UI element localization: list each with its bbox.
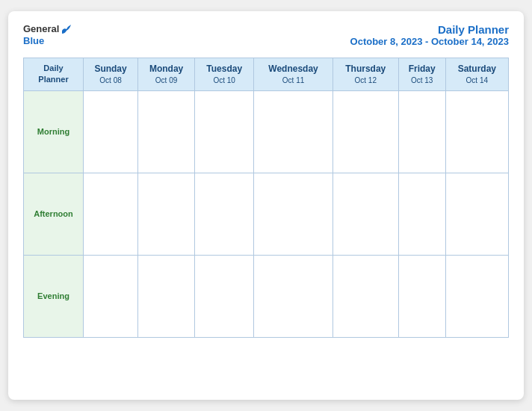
morning-friday-cell[interactable] bbox=[398, 90, 445, 173]
col-header-wednesday: Wednesday Oct 11 bbox=[254, 58, 332, 91]
morning-thursday-cell[interactable] bbox=[332, 90, 398, 173]
tuesday-label: Tuesday bbox=[198, 63, 250, 75]
logo-area: General Blue bbox=[23, 23, 72, 47]
col-header-thursday: Thursday Oct 12 bbox=[332, 58, 398, 91]
afternoon-saturday-cell[interactable] bbox=[445, 173, 508, 255]
evening-thursday-cell[interactable] bbox=[332, 255, 398, 337]
morning-sunday-cell[interactable] bbox=[84, 90, 138, 173]
thursday-label: Thursday bbox=[336, 63, 395, 75]
logo-bird-icon bbox=[61, 23, 72, 35]
logo-general: General bbox=[23, 23, 59, 35]
morning-tuesday-cell[interactable] bbox=[195, 90, 254, 173]
afternoon-friday-cell[interactable] bbox=[398, 173, 445, 255]
morning-row: Morning bbox=[24, 90, 509, 173]
morning-monday-cell[interactable] bbox=[138, 90, 195, 173]
sunday-label: Sunday bbox=[87, 63, 134, 75]
monday-date: Oct 09 bbox=[141, 75, 191, 86]
evening-saturday-cell[interactable] bbox=[445, 255, 508, 337]
planner-title: Daily Planner bbox=[350, 23, 509, 36]
col-header-monday: Monday Oct 09 bbox=[138, 58, 195, 91]
afternoon-sunday-cell[interactable] bbox=[84, 173, 138, 255]
friday-date: Oct 13 bbox=[402, 75, 442, 86]
afternoon-wednesday-cell[interactable] bbox=[254, 173, 332, 255]
page-header: General Blue Daily Planner October 8, 20… bbox=[23, 23, 509, 47]
evening-friday-cell[interactable] bbox=[398, 255, 445, 337]
saturday-label: Saturday bbox=[449, 63, 505, 75]
friday-label: Friday bbox=[402, 63, 442, 75]
col-header-friday: Friday Oct 13 bbox=[398, 58, 445, 91]
saturday-date: Oct 14 bbox=[449, 75, 505, 86]
col-header-saturday: Saturday Oct 14 bbox=[445, 58, 508, 91]
morning-wednesday-cell[interactable] bbox=[254, 90, 332, 173]
logo-blue: Blue bbox=[23, 35, 44, 47]
wednesday-label: Wednesday bbox=[257, 63, 329, 75]
morning-saturday-cell[interactable] bbox=[445, 90, 508, 173]
wednesday-date: Oct 11 bbox=[257, 75, 329, 86]
evening-row: Evening bbox=[24, 255, 509, 337]
tuesday-date: Oct 10 bbox=[198, 75, 250, 86]
morning-label: Morning bbox=[24, 90, 84, 173]
planner-page: General Blue Daily Planner October 8, 20… bbox=[8, 11, 524, 400]
daily-planner-header: DailyPlanner bbox=[24, 58, 84, 91]
evening-sunday-cell[interactable] bbox=[84, 255, 138, 337]
sunday-date: Oct 08 bbox=[87, 75, 134, 86]
afternoon-label: Afternoon bbox=[24, 173, 84, 255]
afternoon-tuesday-cell[interactable] bbox=[195, 173, 254, 255]
planner-table: DailyPlanner Sunday Oct 08 Monday Oct 09… bbox=[23, 58, 509, 338]
evening-monday-cell[interactable] bbox=[138, 255, 195, 337]
afternoon-thursday-cell[interactable] bbox=[332, 173, 398, 255]
title-area: Daily Planner October 8, 2023 - October … bbox=[350, 23, 509, 47]
planner-dates: October 8, 2023 - October 14, 2023 bbox=[350, 36, 509, 47]
col-header-sunday: Sunday Oct 08 bbox=[84, 58, 138, 91]
afternoon-monday-cell[interactable] bbox=[138, 173, 195, 255]
evening-label: Evening bbox=[24, 255, 84, 337]
afternoon-row: Afternoon bbox=[24, 173, 509, 255]
col-header-tuesday: Tuesday Oct 10 bbox=[195, 58, 254, 91]
evening-tuesday-cell[interactable] bbox=[195, 255, 254, 337]
monday-label: Monday bbox=[141, 63, 191, 75]
thursday-date: Oct 12 bbox=[336, 75, 395, 86]
evening-wednesday-cell[interactable] bbox=[254, 255, 332, 337]
daily-planner-header-label: DailyPlanner bbox=[38, 64, 68, 84]
table-header-row: DailyPlanner Sunday Oct 08 Monday Oct 09… bbox=[24, 58, 509, 91]
